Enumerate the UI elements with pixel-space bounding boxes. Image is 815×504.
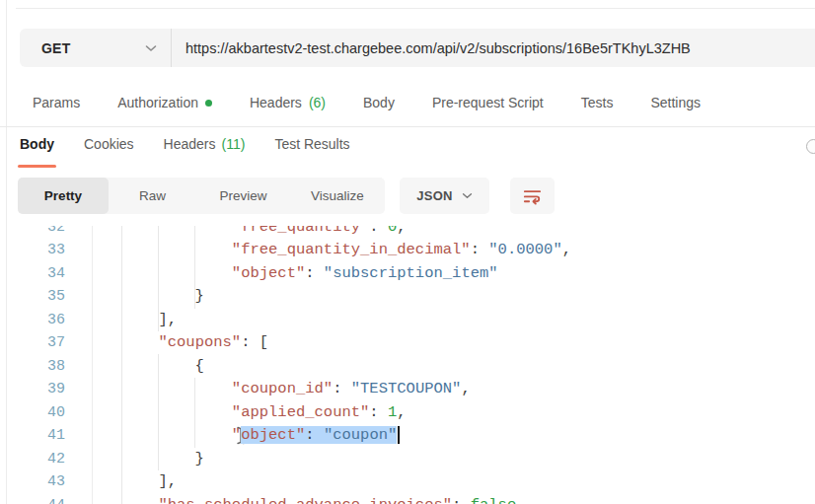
code-line-41: 41 "object": "coupon" bbox=[7, 424, 815, 448]
format-label: JSON bbox=[416, 188, 453, 203]
code-line-38: 38 { bbox=[7, 355, 815, 379]
view-mode-preview[interactable]: Preview bbox=[196, 178, 290, 214]
code-text: "applied_count": 1, bbox=[85, 401, 407, 425]
line-number: 43 bbox=[7, 470, 65, 494]
method-label: GET bbox=[41, 40, 70, 56]
code-text: "object": "subscription_item" bbox=[85, 262, 498, 286]
tab-label: Body bbox=[20, 136, 54, 152]
line-number: 44 bbox=[7, 494, 65, 504]
response-tab-cookies[interactable]: Cookies bbox=[84, 136, 134, 154]
line-number: 39 bbox=[7, 378, 65, 401]
tab-label: Params bbox=[33, 95, 80, 110]
code-line-36: 36 ], bbox=[7, 309, 815, 332]
tab-label: Body bbox=[363, 95, 395, 110]
code-text: "free_quantity_in_decimal": "0.0000", bbox=[85, 239, 571, 262]
request-tabs: ParamsAuthorizationHeaders(6)BodyPre-req… bbox=[0, 89, 701, 116]
code-text: "object": "coupon" bbox=[85, 424, 400, 448]
line-number: 38 bbox=[7, 355, 65, 379]
request-url-bar: GET https://akbartestv2-test.chargebee.c… bbox=[20, 29, 815, 67]
request-tab-authorization[interactable]: Authorization bbox=[117, 95, 212, 110]
tab-label: Pre-request Script bbox=[432, 95, 544, 110]
line-number: 36 bbox=[7, 309, 65, 332]
code-line-33: 33 "free_quantity_in_decimal": "0.0000", bbox=[7, 239, 815, 262]
format-dropdown[interactable]: JSON bbox=[400, 178, 489, 214]
view-mode-visualize[interactable]: Visualize bbox=[290, 178, 385, 214]
top-divider bbox=[16, 8, 815, 9]
code-line-35: 35 } bbox=[7, 285, 815, 309]
request-tab-tests[interactable]: Tests bbox=[581, 95, 614, 110]
code-line-34: 34 "object": "subscription_item" bbox=[7, 262, 815, 286]
code-line-43: 43 ], bbox=[7, 470, 815, 494]
tab-label: Test Results bbox=[274, 136, 349, 152]
line-number: 41 bbox=[7, 424, 65, 448]
code-line-40: 40 "applied_count": 1, bbox=[7, 401, 815, 425]
request-tab-settings[interactable]: Settings bbox=[650, 95, 701, 110]
view-mode-raw[interactable]: Raw bbox=[109, 178, 196, 214]
code-text: "has_scheduled_advance_invoices": false, bbox=[85, 494, 526, 504]
code-line-32: 32 "free_quantity": 0, bbox=[7, 226, 815, 239]
request-tab-pre-request-script[interactable]: Pre-request Script bbox=[432, 95, 544, 110]
tab-count-badge: (6) bbox=[309, 95, 326, 110]
auth-configured-dot bbox=[205, 100, 212, 107]
code-text: { bbox=[85, 355, 204, 379]
view-mode-segmented-control: PrettyRawPreviewVisualize bbox=[18, 178, 385, 214]
chevron-down-icon bbox=[462, 192, 473, 199]
response-tab-body[interactable]: Body bbox=[20, 136, 54, 154]
response-meta-partial-icon bbox=[806, 139, 815, 154]
text-wrap-icon bbox=[521, 184, 544, 207]
tab-label: Tests bbox=[581, 95, 614, 110]
postman-window: GET https://akbartestv2-test.chargebee.c… bbox=[0, 0, 815, 504]
response-tabs: BodyCookiesHeaders(11)Test Results bbox=[0, 132, 350, 158]
code-text: "free_quantity": 0, bbox=[85, 226, 407, 239]
code-text: "coupons": [ bbox=[85, 331, 268, 355]
line-number: 42 bbox=[7, 448, 65, 471]
code-text: } bbox=[85, 448, 204, 471]
url-input[interactable]: https://akbartestv2-test.chargebee.com/a… bbox=[172, 40, 815, 56]
tab-label: Headers bbox=[250, 95, 302, 110]
code-line-44: 44 "has_scheduled_advance_invoices": fal… bbox=[7, 494, 815, 504]
request-tab-headers[interactable]: Headers(6) bbox=[250, 95, 326, 110]
tab-label: Cookies bbox=[84, 136, 134, 152]
line-number: 37 bbox=[7, 331, 65, 355]
chevron-down-icon bbox=[145, 44, 157, 52]
response-tab-test-results[interactable]: Test Results bbox=[274, 136, 349, 154]
text-caret bbox=[398, 426, 400, 444]
tab-label: Authorization bbox=[117, 95, 198, 110]
line-number: 40 bbox=[7, 401, 65, 425]
request-tab-body[interactable]: Body bbox=[363, 95, 395, 110]
response-view-toolbar: PrettyRawPreviewVisualize JSON bbox=[0, 178, 815, 214]
response-tab-headers[interactable]: Headers(11) bbox=[164, 136, 246, 154]
code-text: "coupon_id": "TESTCOUPON", bbox=[85, 378, 471, 401]
wrap-lines-button[interactable] bbox=[510, 178, 555, 214]
code-text: } bbox=[85, 285, 204, 309]
view-mode-pretty[interactable]: Pretty bbox=[18, 178, 109, 214]
tab-count-badge: (11) bbox=[222, 136, 246, 152]
method-dropdown[interactable]: GET bbox=[20, 29, 171, 67]
tab-label: Headers bbox=[164, 136, 216, 152]
section-divider bbox=[0, 126, 815, 127]
code-text: ], bbox=[85, 309, 177, 332]
json-response-editor[interactable]: 32 "free_quantity": 0,33 "free_quantity_… bbox=[7, 226, 815, 504]
line-number: 35 bbox=[7, 285, 65, 309]
line-number: 32 bbox=[7, 226, 65, 239]
tab-label: Settings bbox=[650, 95, 701, 110]
code-line-37: 37 "coupons": [ bbox=[7, 331, 815, 355]
code-line-39: 39 "coupon_id": "TESTCOUPON", bbox=[7, 378, 815, 401]
code-line-42: 42 } bbox=[7, 448, 815, 471]
request-tab-params[interactable]: Params bbox=[33, 95, 80, 110]
code-text: ], bbox=[85, 470, 177, 494]
line-number: 34 bbox=[7, 262, 65, 286]
line-number: 33 bbox=[7, 239, 65, 262]
